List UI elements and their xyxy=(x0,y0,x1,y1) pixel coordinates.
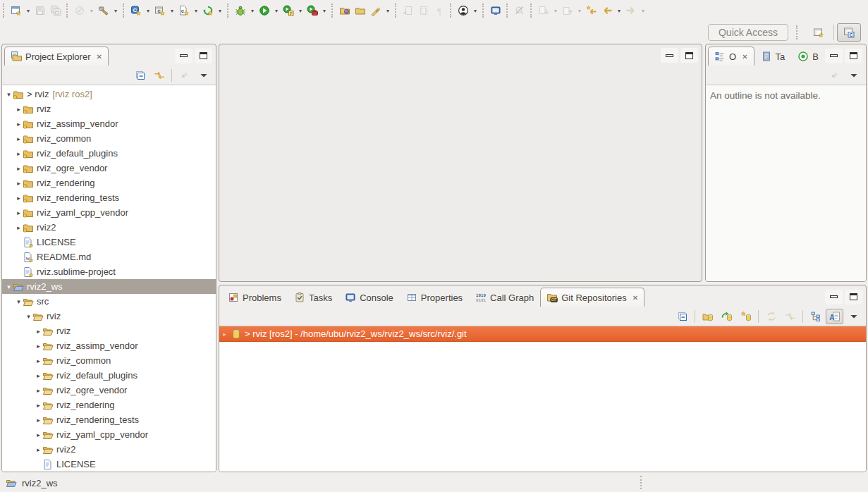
tree-item-rviz-yaml-cpp-vendor[interactable]: ▸rviz_yaml_cpp_vendor xyxy=(2,427,216,442)
tree-item-rviz-ogre-vendor[interactable]: ▸rviz_ogre_vendor xyxy=(2,383,216,398)
close-icon[interactable]: ✕ xyxy=(742,53,747,61)
back-button[interactable] xyxy=(599,2,615,19)
collapsed-arrow-icon[interactable]: ▸ xyxy=(15,195,23,202)
collapsed-arrow-icon[interactable]: ▸ xyxy=(35,431,42,438)
outline-tab-o[interactable]: O✕ xyxy=(708,47,754,66)
maximize-button[interactable] xyxy=(680,48,698,63)
profile-button[interactable] xyxy=(305,2,320,19)
new-launch-target-button[interactable] xyxy=(200,2,216,19)
tree-item-rviz[interactable]: ▾> rviz[rviz ros2] xyxy=(2,87,216,102)
expanded-arrow-icon[interactable]: ▾ xyxy=(15,298,23,305)
collapsed-arrow-icon[interactable]: ▸ xyxy=(35,357,42,364)
collapse-all-button[interactable] xyxy=(131,68,149,83)
new-cpp-class-dropdown[interactable]: ▾ xyxy=(144,8,152,14)
run-dropdown[interactable]: ▾ xyxy=(272,8,281,14)
tree-item-rviz-yaml-cpp-vendor[interactable]: ▸rviz_yaml_cpp_vendor xyxy=(2,205,216,220)
collapsed-arrow-icon[interactable]: ▸ xyxy=(15,224,23,231)
focus-on-active-task-button[interactable] xyxy=(176,68,193,83)
previous-annotation-button[interactable] xyxy=(560,2,575,19)
tree-item-rviz2[interactable]: ▸rviz2 xyxy=(2,442,216,457)
debug-dropdown[interactable]: ▾ xyxy=(248,8,257,14)
tree-item-rviz-assimp-vendor[interactable]: ▸rviz_assimp_vendor xyxy=(2,338,216,353)
tree-item-rviz-rendering[interactable]: ▸rviz_rendering xyxy=(2,176,216,190)
tree-item-rviz-sublime-project[interactable]: rviz.sublime-project xyxy=(2,264,216,279)
bottom-tab-git-repositories[interactable]: GITGit Repositories✕ xyxy=(540,288,644,307)
collapsed-arrow-icon[interactable]: ▸ xyxy=(15,150,23,157)
tab-project-explorer[interactable]: Project Explorer✕ xyxy=(4,47,109,66)
tree-item-rviz-rendering[interactable]: ▸rviz_rendering xyxy=(2,398,216,412)
debug-button[interactable] xyxy=(233,2,248,19)
tree-item-src[interactable]: ▾src xyxy=(2,294,216,309)
show-whitespace-button[interactable]: ¶ xyxy=(432,2,447,19)
expanded-arrow-icon[interactable]: ▾ xyxy=(25,313,32,320)
bottom-tab-console[interactable]: Console xyxy=(338,288,400,307)
bottom-tab-problems[interactable]: Problems xyxy=(221,288,288,307)
tree-item-rviz[interactable]: ▸rviz xyxy=(2,324,216,338)
hierarchical-layout-button[interactable] xyxy=(807,309,824,324)
collapsed-arrow-icon[interactable]: ▸ xyxy=(35,417,42,424)
next-annotation-button[interactable] xyxy=(536,2,551,19)
maximize-button[interactable] xyxy=(845,49,862,63)
refresh-button[interactable] xyxy=(762,309,780,324)
collapsed-arrow-icon[interactable]: ▸ xyxy=(221,331,228,338)
new-cpp-class-button[interactable]: C xyxy=(128,2,144,19)
collapse-all-button[interactable] xyxy=(673,309,691,324)
run-configurations-dropdown[interactable]: ▾ xyxy=(296,8,305,14)
add-repository-button[interactable] xyxy=(699,309,716,324)
forward-button[interactable] xyxy=(623,2,639,19)
bottom-tab-properties[interactable]: Properties xyxy=(400,288,469,307)
tree-item-rviz-assimp-vendor[interactable]: ▸rviz_assimp_vendor xyxy=(2,116,216,131)
open-perspective-button[interactable] xyxy=(807,23,831,42)
tree-item-rviz-rendering-tests[interactable]: ▸rviz_rendering_tests xyxy=(2,190,216,205)
clone-repository-button[interactable] xyxy=(718,309,735,324)
status-bar-separator[interactable] xyxy=(640,476,642,489)
load-file-button[interactable] xyxy=(337,2,353,19)
run-configurations-button[interactable] xyxy=(281,2,296,19)
collapsed-arrow-icon[interactable]: ▸ xyxy=(35,402,42,409)
new-source-file-button[interactable]: c xyxy=(176,2,192,19)
collapsed-arrow-icon[interactable]: ▸ xyxy=(15,209,23,216)
view-menu-button[interactable] xyxy=(845,309,862,324)
next-annotation-dropdown[interactable]: ▾ xyxy=(551,8,560,14)
toggle-branch-representation-button[interactable]: A xyxy=(826,309,843,324)
focus-on-active-task-button[interactable] xyxy=(826,68,843,83)
save-all-button[interactable] xyxy=(48,2,63,19)
tree-item-license[interactable]: LICENSE xyxy=(2,235,216,250)
collapsed-arrow-icon[interactable]: ▸ xyxy=(35,343,42,350)
collapsed-arrow-icon[interactable]: ▸ xyxy=(15,165,23,172)
view-menu-button[interactable] xyxy=(195,68,212,83)
collapsed-arrow-icon[interactable]: ▸ xyxy=(15,180,23,187)
collapsed-arrow-icon[interactable]: ▸ xyxy=(15,121,23,128)
last-edit-doc-button[interactable] xyxy=(401,2,416,19)
close-icon[interactable]: ✕ xyxy=(632,294,638,302)
maximize-button[interactable] xyxy=(195,49,212,63)
collapsed-arrow-icon[interactable]: ▸ xyxy=(35,446,42,453)
git-repository-row[interactable]: ▸ > rviz [ros2] - /home/ubu/rviz2_ws/rvi… xyxy=(219,326,866,342)
search-dropdown[interactable]: ▾ xyxy=(384,8,392,14)
collapsed-arrow-icon[interactable]: ▸ xyxy=(35,372,42,379)
collapsed-arrow-icon[interactable]: ▸ xyxy=(35,387,42,394)
build-button[interactable] xyxy=(96,2,111,19)
outline-tab-b[interactable]: B xyxy=(791,47,825,66)
save-button[interactable] xyxy=(32,2,48,19)
new-cpp-project-button[interactable]: c xyxy=(152,2,168,19)
tree-item-rviz-ogre-vendor[interactable]: ▸rviz_ogre_vendor xyxy=(2,161,216,176)
profile-dropdown[interactable]: ▾ xyxy=(320,8,329,14)
bottom-tab-tasks[interactable]: Tasks xyxy=(288,288,338,307)
outline-tab-ta[interactable]: Ta xyxy=(754,47,792,66)
create-repository-button[interactable] xyxy=(737,309,754,324)
tree-item-rviz-default-plugins[interactable]: ▸rviz_default_plugins xyxy=(2,368,216,383)
run-button[interactable] xyxy=(257,2,272,19)
back-dropdown[interactable]: ▾ xyxy=(615,8,623,14)
tree-item-rviz[interactable]: ▸rviz xyxy=(2,102,216,116)
tree-item-rviz-default-plugins[interactable]: ▸rviz_default_plugins xyxy=(2,146,216,161)
link-with-selection-button[interactable] xyxy=(781,309,799,324)
maximize-button[interactable] xyxy=(845,290,862,305)
tree-item-rviz-rendering-tests[interactable]: ▸rviz_rendering_tests xyxy=(2,412,216,427)
collapsed-arrow-icon[interactable]: ▸ xyxy=(35,328,42,335)
skip-all-breakpoints-dropdown[interactable]: ▾ xyxy=(87,8,96,14)
tree-item-rviz-common[interactable]: ▸rviz_common xyxy=(2,131,216,146)
tree-item-readme-md[interactable]: wREADME.md xyxy=(2,250,216,264)
tree-item-rviz[interactable]: ▾rviz xyxy=(2,309,216,324)
mark-occurrences-button[interactable] xyxy=(512,2,527,19)
